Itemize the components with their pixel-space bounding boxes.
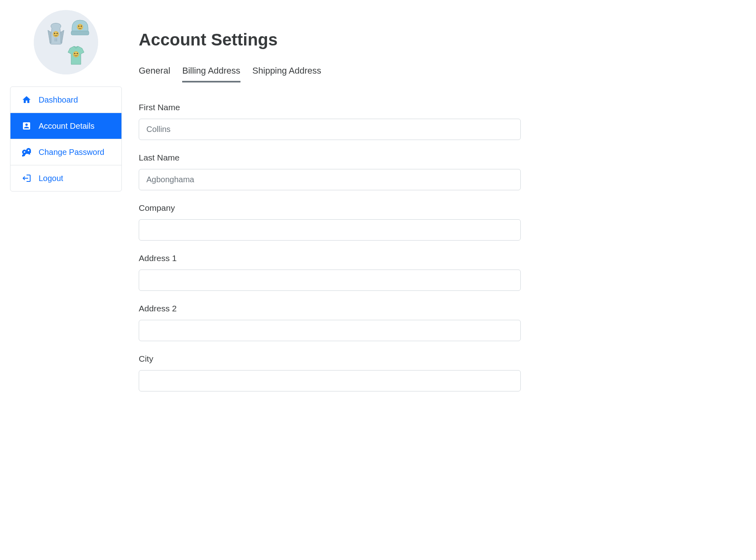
last-name-input[interactable] [139, 169, 521, 190]
main-content: Account Settings General Billing Address… [139, 10, 521, 404]
person-card-icon [22, 121, 31, 131]
company-input[interactable] [139, 219, 521, 241]
tab-billing-address[interactable]: Billing Address [182, 66, 240, 82]
sidebar-item-dashboard[interactable]: Dashboard [10, 87, 121, 113]
sidebar-item-logout[interactable]: Logout [10, 165, 121, 191]
city-label: City [139, 354, 521, 364]
tab-shipping-address[interactable]: Shipping Address [253, 66, 321, 82]
sidebar-item-label: Logout [39, 174, 63, 183]
svg-point-3 [57, 33, 58, 34]
svg-point-7 [77, 24, 83, 30]
last-name-label: Last Name [139, 153, 521, 163]
company-label: Company [139, 203, 521, 213]
svg-point-8 [78, 26, 80, 27]
sidebar-item-label: Change Password [39, 148, 104, 157]
svg-point-0 [34, 10, 98, 74]
svg-point-11 [74, 53, 76, 54]
sidebar-item-label: Account Details [39, 121, 94, 131]
city-input[interactable] [139, 370, 521, 391]
tab-general[interactable]: General [139, 66, 170, 82]
billing-address-form: First Name Last Name Company Address 1 A… [139, 103, 521, 391]
avatar [34, 10, 98, 74]
svg-point-2 [54, 33, 55, 34]
svg-point-12 [77, 53, 78, 54]
tabs: General Billing Address Shipping Address [139, 66, 521, 82]
first-name-input[interactable] [139, 119, 521, 140]
address-2-label: Address 2 [139, 304, 521, 313]
sidebar-item-account-details[interactable]: Account Details [10, 113, 121, 139]
svg-point-1 [53, 31, 59, 37]
sidebar-item-label: Dashboard [39, 95, 78, 105]
home-icon [22, 95, 31, 105]
first-name-label: First Name [139, 103, 521, 112]
key-icon [22, 147, 31, 157]
address-1-label: Address 1 [139, 253, 521, 263]
sidebar-nav: Dashboard Account Details Change Passwor… [10, 86, 122, 191]
logout-icon [22, 173, 31, 183]
address-2-input[interactable] [139, 320, 521, 341]
page-title: Account Settings [139, 30, 521, 49]
address-1-input[interactable] [139, 270, 521, 291]
svg-point-10 [73, 51, 79, 57]
svg-point-9 [81, 26, 82, 27]
avatar-image [34, 10, 98, 74]
sidebar-item-change-password[interactable]: Change Password [10, 139, 121, 165]
sidebar: Dashboard Account Details Change Passwor… [10, 10, 122, 404]
svg-rect-6 [71, 31, 89, 35]
